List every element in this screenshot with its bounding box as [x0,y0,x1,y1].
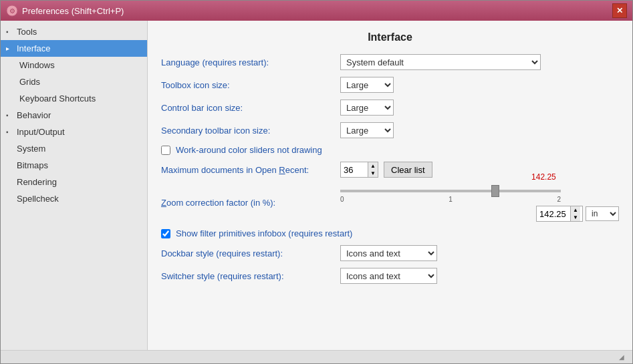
slider-container: 142.25 0 1 2 [340,184,619,203]
sidebar-item-bitmaps[interactable]: Bitmaps [1,157,147,174]
sidebar-label-rendering: Rendering [17,177,57,187]
show-filter-checkbox[interactable] [161,229,170,238]
sidebar-item-grids[interactable]: Grids [1,73,147,90]
clear-list-button[interactable]: Clear list [384,162,432,178]
max-docs-label: Maximum documents in Open Recent: [161,165,335,175]
secondary-toolbar-label: Secondary toolbar icon size: [161,126,335,136]
sidebar-label-keyboard-shortcuts: Keyboard Shortcuts [19,94,96,104]
max-docs-arrows: ▲ ▼ [368,162,378,177]
window-title: Preferences (Shift+Ctrl+P) [22,6,124,16]
sidebar-item-tools[interactable]: ▪ Tools [1,23,147,40]
resize-handle: ◢ [619,353,627,361]
zoom-down[interactable]: ▼ [571,214,580,221]
secondary-toolbar-select[interactable]: Small Medium Large [340,122,394,138]
expand-icon-behavior: ▪ [6,112,14,119]
title-bar-left: ⚙ Preferences (Shift+Ctrl+P) [6,5,124,17]
max-docs-down[interactable]: ▼ [368,170,378,177]
sidebar: ▪ Tools ▸ Interface Windows Grids Keyboa… [1,21,148,350]
sidebar-label-tools: Tools [17,27,37,37]
zoom-spinbox: ▲ ▼ [536,206,583,222]
control-bar-select[interactable]: Small Medium Large [340,100,394,116]
language-label: Language (requires restart): [161,57,335,67]
dockbar-select[interactable]: Icons and text Icons only Text only [340,245,437,261]
expand-icon-tools: ▪ [6,28,14,35]
secondary-toolbar-row: Secondary toolbar icon size: Small Mediu… [161,122,619,138]
control-bar-label: Control bar icon size: [161,103,335,113]
toolbox-icon-row: Toolbox icon size: Small Medium Large [161,77,619,93]
max-docs-underline: R [279,165,285,175]
language-select[interactable]: System default English French German [340,54,541,70]
expand-icon-interface: ▸ [6,45,14,52]
switcher-select[interactable]: Icons and text Icons only Text only [340,268,437,284]
zoom-row: Zoom correction factor (in %): 142.25 0 … [161,184,619,222]
sidebar-item-behavior[interactable]: ▪ Behavior [1,107,147,124]
zoom-spinbox-row: ▲ ▼ in cm mm px [340,206,619,222]
bottom-bar: ◢ [1,350,632,363]
sidebar-label-interface: Interface [17,43,51,53]
show-filter-label: Show filter primitives infobox (requires… [176,228,352,238]
zoom-spinbox-input[interactable] [537,206,570,221]
max-docs-spinbox: ▲ ▼ [340,162,378,178]
control-bar-row: Control bar icon size: Small Medium Larg… [161,100,619,116]
language-row: Language (requires restart): System defa… [161,54,619,70]
main-panel: Interface Language (requires restart): S… [148,21,632,350]
zoom-label: Zoom correction factor (in %): [161,184,335,208]
dockbar-row: Dockbar style (requires restart): Icons … [161,245,619,261]
toolbox-icon-select[interactable]: Small Medium Large [340,77,394,93]
sidebar-item-rendering[interactable]: Rendering [1,174,147,190]
title-bar: ⚙ Preferences (Shift+Ctrl+P) ✕ [1,1,632,21]
sidebar-item-windows[interactable]: Windows [1,57,147,73]
workaround-checkbox[interactable] [161,146,170,155]
zoom-up[interactable]: ▲ [571,206,580,214]
sidebar-label-bitmaps: Bitmaps [17,160,48,170]
sidebar-item-spellcheck[interactable]: Spellcheck [1,190,147,207]
svg-text:⚙: ⚙ [9,7,15,15]
close-button[interactable]: ✕ [612,3,627,18]
zoom-value-label: 142.25 [531,172,556,182]
workaround-label: Work-around color sliders not drawing [176,145,322,155]
max-docs-input[interactable] [341,162,368,177]
sidebar-label-input-output: Input/Output [17,127,65,137]
workaround-row: Work-around color sliders not drawing [161,145,619,155]
zoom-underline: Z [161,198,166,208]
switcher-row: Switcher style (requires restart): Icons… [161,268,619,284]
zoom-unit-select[interactable]: in cm mm px [586,206,619,221]
show-filter-row: Show filter primitives infobox (requires… [161,228,619,238]
sidebar-label-spellcheck: Spellcheck [17,194,59,204]
switcher-label: Switcher style (requires restart): [161,271,335,281]
sidebar-item-interface[interactable]: ▸ Interface [1,40,147,57]
zoom-arrows: ▲ ▼ [570,206,580,221]
sidebar-label-system: System [17,144,45,154]
toolbox-icon-label: Toolbox icon size: [161,80,335,90]
sidebar-label-grids: Grids [19,77,40,87]
sidebar-item-input-output[interactable]: ▪ Input/Output [1,124,147,140]
sidebar-label-behavior: Behavior [17,110,51,120]
dockbar-label: Dockbar style (requires restart): [161,248,335,258]
sidebar-item-keyboard-shortcuts[interactable]: Keyboard Shortcuts [1,90,147,107]
zoom-slider[interactable] [340,190,561,192]
zoom-controls: 142.25 0 1 2 ▲ ▼ [340,184,619,222]
expand-icon-input-output: ▪ [6,128,14,136]
preferences-window: ⚙ Preferences (Shift+Ctrl+P) ✕ ▪ Tools ▸… [0,0,633,364]
app-icon: ⚙ [6,5,18,17]
max-docs-up[interactable]: ▲ [368,162,378,170]
content-area: ▪ Tools ▸ Interface Windows Grids Keyboa… [1,21,632,350]
sidebar-item-system[interactable]: System [1,140,147,157]
sidebar-label-windows: Windows [19,60,55,70]
panel-title: Interface [161,31,619,43]
